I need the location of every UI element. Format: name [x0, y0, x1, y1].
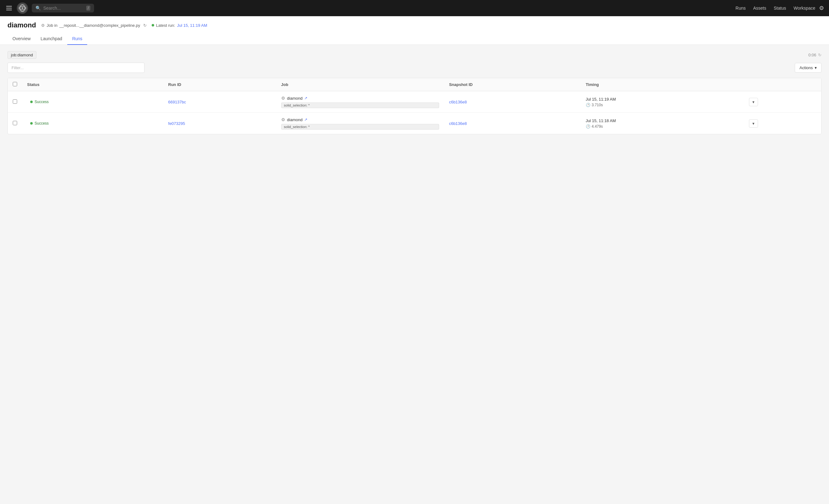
row2-job-tag: solid_selection: *: [281, 124, 439, 130]
job-tag-filter[interactable]: job:diamond: [7, 51, 36, 59]
row2-duration-value: 4.479s: [592, 124, 603, 129]
tab-runs[interactable]: Runs: [67, 33, 87, 45]
timer-display: 0:06 ↻: [808, 52, 822, 57]
row2-timing-duration: 🕐 4.479s: [586, 124, 739, 129]
row1-timing-duration: 🕐 3.710s: [586, 103, 739, 107]
header-snapshot: Snapshot ID: [444, 78, 581, 91]
topnav: 🔍 Search... / Runs Assets Status Workspa…: [0, 0, 829, 16]
runs-table: Status Run ID Job Snapshot ID Timing: [8, 78, 821, 134]
latest-run-time[interactable]: Jul 15, 11:19 AM: [177, 23, 207, 28]
nav-runs[interactable]: Runs: [735, 6, 746, 10]
nav-assets[interactable]: Assets: [753, 6, 766, 10]
row1-status-badge: Success: [27, 99, 52, 105]
filter-row: job:diamond 0:06 ↻: [7, 51, 822, 59]
row2-run-id-link[interactable]: fe073295: [168, 121, 185, 126]
select-all-checkbox[interactable]: [13, 82, 17, 86]
search-placeholder: Search...: [43, 6, 84, 10]
app-logo: [17, 2, 28, 14]
header-checkbox: [8, 78, 22, 91]
job-badge: ⚙ Job in __reposit...__diamond@complex_p…: [41, 23, 147, 28]
row1-status-cell: Success: [22, 91, 163, 113]
row1-snapshot-link[interactable]: c6b136e8: [449, 100, 467, 104]
row1-status-dot: [30, 101, 33, 103]
row2-status-label: Success: [35, 121, 48, 125]
row1-job-name: diamond: [287, 96, 303, 101]
row2-job-cell: ⚙ diamond ↗ solid_selection: *: [276, 113, 444, 134]
actions-button[interactable]: Actions ▾: [795, 63, 822, 73]
search-icon: 🔍: [36, 6, 41, 10]
row2-snapshot-link[interactable]: c6b136e8: [449, 121, 467, 126]
nav-status[interactable]: Status: [774, 6, 786, 10]
row1-job-icon: ⚙: [281, 96, 285, 101]
table-row: Success 669137bc ⚙ diamond ↗: [8, 91, 821, 113]
row2-status-cell: Success: [22, 113, 163, 134]
search-slash-badge: /: [86, 6, 90, 10]
row1-timing-date: Jul 15, 11:19 AM: [586, 97, 739, 102]
row2-snapshot-cell: c6b136e8: [444, 113, 581, 134]
row1-job-ext-link-icon[interactable]: ↗: [304, 96, 308, 100]
row2-job-icon: ⚙: [281, 117, 285, 122]
header-action: [744, 78, 821, 91]
row2-checkbox[interactable]: [13, 121, 17, 125]
row2-timing-cell: Jul 15, 11:18 AM 🕐 4.479s: [581, 113, 744, 134]
timer-value: 0:06: [808, 52, 816, 57]
run-status-dot: [152, 24, 154, 27]
header-runid: Run ID: [163, 78, 276, 91]
row1-runid-cell: 669137bc: [163, 91, 276, 113]
job-path-link[interactable]: __reposit...__diamond@complex_pipeline.p…: [59, 23, 140, 28]
main-content: job:diamond 0:06 ↻ Actions ▾ Status Run …: [0, 45, 829, 141]
row1-clock-icon: 🕐: [586, 103, 590, 107]
row2-job-name: diamond: [287, 117, 303, 122]
header-status: Status: [22, 78, 163, 91]
header-job: Job: [276, 78, 444, 91]
row2-clock-icon: 🕐: [586, 124, 590, 129]
row1-snapshot-cell: c6b136e8: [444, 91, 581, 113]
tab-overview[interactable]: Overview: [7, 33, 36, 45]
actions-chevron-icon: ▾: [815, 65, 817, 70]
page-title: diamond: [7, 21, 36, 29]
refresh-icon[interactable]: ↻: [143, 23, 147, 28]
row2-runid-cell: fe073295: [163, 113, 276, 134]
row1-action-cell: ▾: [744, 91, 821, 113]
job-type-icon: ⚙: [41, 23, 45, 28]
row1-job-tag: solid_selection: *: [281, 103, 439, 108]
row1-duration-value: 3.710s: [592, 103, 603, 107]
row2-status-dot: [30, 122, 33, 124]
header-timing: Timing: [581, 78, 744, 91]
row1-status-label: Success: [35, 100, 48, 104]
svg-point-3: [22, 7, 23, 9]
search-bar[interactable]: 🔍 Search... /: [32, 4, 94, 12]
page-header: diamond ⚙ Job in __reposit...__diamond@c…: [0, 16, 829, 45]
row1-job-cell: ⚙ diamond ↗ solid_selection: *: [276, 91, 444, 113]
runs-table-container: Status Run ID Job Snapshot ID Timing: [7, 78, 822, 134]
filter-input-row: Actions ▾: [7, 63, 822, 73]
nav-links: Runs Assets Status Workspace: [735, 6, 815, 10]
row2-status-badge: Success: [27, 120, 52, 127]
job-prefix: Job in: [47, 23, 58, 28]
row1-timing-cell: Jul 15, 11:19 AM 🕐 3.710s: [581, 91, 744, 113]
filter-input[interactable]: [7, 63, 144, 73]
row2-expand-button[interactable]: ▾: [749, 119, 758, 128]
timer-refresh-icon[interactable]: ↻: [818, 52, 822, 57]
table-row: Success fe073295 ⚙ diamond ↗: [8, 113, 821, 134]
latest-run-badge: Latest run: Jul 15, 11:19 AM: [152, 23, 207, 28]
settings-icon[interactable]: ⚙: [819, 5, 824, 11]
row1-checkbox[interactable]: [13, 99, 17, 104]
row2-action-cell: ▾: [744, 113, 821, 134]
row1-checkbox-cell: [8, 91, 22, 113]
latest-run-label: Latest run:: [156, 23, 175, 28]
actions-label: Actions: [799, 65, 813, 70]
table-header-row: Status Run ID Job Snapshot ID Timing: [8, 78, 821, 91]
row2-job-ext-link-icon[interactable]: ↗: [304, 117, 308, 122]
row2-checkbox-cell: [8, 113, 22, 134]
hamburger-menu[interactable]: [5, 5, 13, 11]
nav-workspace[interactable]: Workspace: [793, 6, 815, 10]
row2-timing-date: Jul 15, 11:18 AM: [586, 118, 739, 123]
tab-launchpad[interactable]: Launchpad: [36, 33, 67, 45]
tab-bar: Overview Launchpad Runs: [7, 33, 822, 44]
row1-run-id-link[interactable]: 669137bc: [168, 100, 186, 104]
row1-expand-button[interactable]: ▾: [749, 98, 758, 106]
